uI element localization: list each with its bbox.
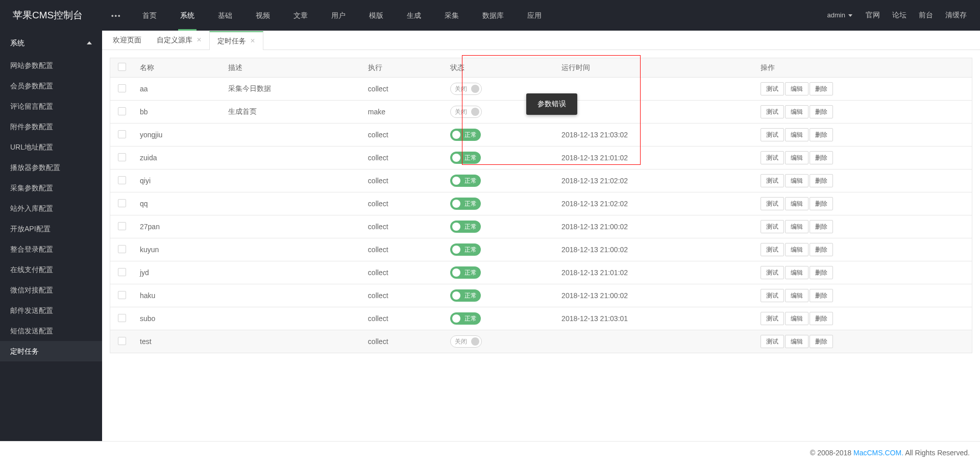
topnav-应用[interactable]: 应用 — [516, 0, 553, 31]
topnav-模版[interactable]: 模版 — [357, 0, 395, 31]
close-icon[interactable]: ✕ — [250, 32, 255, 51]
status-switch[interactable]: 正常 — [450, 221, 481, 233]
edit-button[interactable]: 编辑 — [785, 105, 808, 118]
del-button[interactable]: 删除 — [810, 266, 833, 279]
status-switch[interactable]: 正常 — [450, 198, 481, 210]
status-switch[interactable]: 关闭 — [450, 83, 482, 95]
topnav-用户[interactable]: 用户 — [320, 0, 357, 31]
test-button[interactable]: 测试 — [761, 335, 784, 348]
toplink-论坛[interactable]: 论坛 — [886, 11, 913, 20]
test-button[interactable]: 测试 — [761, 289, 784, 302]
row-checkbox[interactable] — [118, 199, 126, 207]
del-button[interactable]: 删除 — [810, 105, 833, 118]
close-icon[interactable]: ✕ — [197, 31, 202, 50]
topnav-生成[interactable]: 生成 — [395, 0, 433, 31]
test-button[interactable]: 测试 — [761, 266, 784, 279]
test-button[interactable]: 测试 — [761, 197, 784, 210]
edit-button[interactable]: 编辑 — [785, 335, 808, 348]
sidebar-item-12[interactable]: 邮件发送配置 — [0, 300, 102, 321]
footer-link[interactable]: MacCMS.COM. — [853, 449, 903, 457]
del-button[interactable]: 删除 — [810, 312, 833, 325]
sidebar-item-9[interactable]: 整合登录配置 — [0, 239, 102, 259]
status-switch[interactable]: 正常 — [450, 266, 481, 279]
del-button[interactable]: 删除 — [810, 128, 833, 141]
status-switch[interactable]: 正常 — [450, 289, 481, 302]
sidebar-item-7[interactable]: 站外入库配置 — [0, 198, 102, 218]
row-checkbox[interactable] — [118, 107, 126, 115]
sidebar-item-4[interactable]: URL地址配置 — [0, 137, 102, 157]
del-button[interactable]: 删除 — [810, 197, 833, 210]
status-switch[interactable]: 关闭 — [450, 106, 482, 118]
del-button[interactable]: 删除 — [810, 151, 833, 164]
edit-button[interactable]: 编辑 — [785, 128, 808, 141]
row-checkbox[interactable] — [118, 337, 126, 345]
edit-button[interactable]: 编辑 — [785, 151, 808, 164]
row-checkbox[interactable] — [118, 268, 126, 276]
row-checkbox[interactable] — [118, 130, 126, 138]
top-more-icon[interactable]: ••• — [102, 12, 131, 19]
sidebar-item-5[interactable]: 播放器参数配置 — [0, 157, 102, 178]
sidebar-item-1[interactable]: 会员参数配置 — [0, 76, 102, 96]
topnav-首页[interactable]: 首页 — [131, 0, 168, 31]
test-button[interactable]: 测试 — [761, 174, 784, 187]
topnav-基础[interactable]: 基础 — [206, 0, 244, 31]
del-button[interactable]: 删除 — [810, 82, 833, 95]
edit-button[interactable]: 编辑 — [785, 174, 808, 187]
del-button[interactable]: 删除 — [810, 289, 833, 302]
row-checkbox[interactable] — [118, 176, 126, 184]
test-button[interactable]: 测试 — [761, 151, 784, 164]
row-checkbox[interactable] — [118, 222, 126, 230]
status-switch[interactable]: 正常 — [450, 152, 481, 164]
row-checkbox[interactable] — [118, 153, 126, 161]
topnav-采集[interactable]: 采集 — [433, 0, 471, 31]
sidebar-item-6[interactable]: 采集参数配置 — [0, 178, 102, 198]
tab-自定义源库[interactable]: 自定义源库✕ — [149, 31, 209, 50]
status-switch[interactable]: 正常 — [450, 243, 481, 256]
status-switch[interactable]: 正常 — [450, 312, 481, 325]
status-switch[interactable]: 关闭 — [450, 335, 482, 348]
test-button[interactable]: 测试 — [761, 220, 784, 233]
topnav-系统[interactable]: 系统 — [168, 0, 206, 31]
del-button[interactable]: 删除 — [810, 335, 833, 348]
sidebar-item-8[interactable]: 开放API配置 — [0, 218, 102, 239]
test-button[interactable]: 测试 — [761, 128, 784, 141]
topnav-视频[interactable]: 视频 — [244, 0, 282, 31]
row-checkbox[interactable] — [118, 245, 126, 253]
toplink-前台[interactable]: 前台 — [913, 11, 939, 20]
test-button[interactable]: 测试 — [761, 105, 784, 118]
edit-button[interactable]: 编辑 — [785, 289, 808, 302]
edit-button[interactable]: 编辑 — [785, 243, 808, 256]
tab-欢迎页面[interactable]: 欢迎页面 — [105, 31, 149, 50]
sidebar-item-3[interactable]: 附件参数配置 — [0, 116, 102, 137]
sidebar-item-13[interactable]: 短信发送配置 — [0, 321, 102, 341]
status-switch[interactable]: 正常 — [450, 175, 481, 187]
del-button[interactable]: 删除 — [810, 220, 833, 233]
test-button[interactable]: 测试 — [761, 243, 784, 256]
del-button[interactable]: 删除 — [810, 174, 833, 187]
row-checkbox[interactable] — [118, 314, 126, 322]
status-switch[interactable]: 正常 — [450, 129, 481, 141]
edit-button[interactable]: 编辑 — [785, 312, 808, 325]
del-button[interactable]: 删除 — [810, 243, 833, 256]
sidebar-item-14[interactable]: 定时任务 — [0, 341, 102, 361]
tab-定时任务[interactable]: 定时任务✕ — [209, 31, 263, 50]
sidebar-item-0[interactable]: 网站参数配置 — [0, 55, 102, 76]
sidebar-section-head[interactable]: 系统 — [0, 31, 102, 55]
edit-button[interactable]: 编辑 — [785, 220, 808, 233]
edit-button[interactable]: 编辑 — [785, 82, 808, 95]
topnav-数据库[interactable]: 数据库 — [471, 0, 516, 31]
edit-button[interactable]: 编辑 — [785, 266, 808, 279]
test-button[interactable]: 测试 — [761, 82, 784, 95]
test-button[interactable]: 测试 — [761, 312, 784, 325]
checkbox-all[interactable] — [118, 63, 126, 71]
sidebar-item-11[interactable]: 微信对接配置 — [0, 280, 102, 300]
row-checkbox[interactable] — [118, 291, 126, 299]
toplink-清缓存[interactable]: 清缓存 — [939, 11, 973, 20]
topnav-文章[interactable]: 文章 — [282, 0, 320, 31]
admin-dropdown[interactable]: admin — [820, 0, 860, 31]
sidebar-item-10[interactable]: 在线支付配置 — [0, 259, 102, 280]
edit-button[interactable]: 编辑 — [785, 197, 808, 210]
sidebar-item-2[interactable]: 评论留言配置 — [0, 96, 102, 116]
row-checkbox[interactable] — [118, 84, 126, 92]
toplink-官网[interactable]: 官网 — [860, 11, 886, 20]
